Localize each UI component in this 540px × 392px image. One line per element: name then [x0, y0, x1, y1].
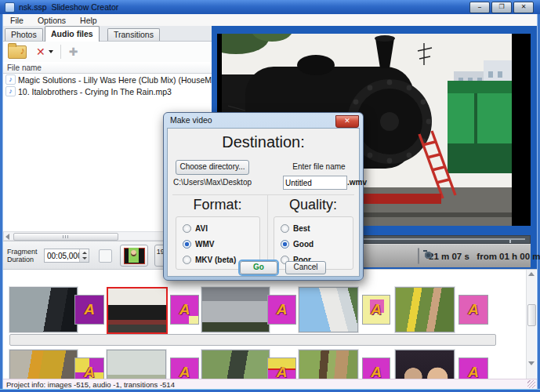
- radio-avi[interactable]: AVI: [183, 223, 208, 233]
- status-bar: Project info: images -515, audio -1, tra…: [3, 379, 537, 389]
- thumb-transition[interactable]: A: [170, 358, 199, 379]
- vertical-scrollbar[interactable]: [526, 270, 536, 379]
- destination-heading: Destination:: [168, 133, 359, 151]
- scroll-left-icon[interactable]: [5, 234, 9, 240]
- divider: [172, 194, 354, 195]
- app-icon: [5, 2, 15, 13]
- thumb-photo-train-selected[interactable]: [107, 287, 168, 334]
- thumb-transition[interactable]: A: [267, 295, 296, 325]
- maximize-button[interactable]: ❐: [491, 2, 512, 13]
- radio-mkv[interactable]: MKV (beta): [183, 255, 236, 264]
- seek-handle[interactable]: [509, 240, 511, 243]
- fragment-duration-spinner[interactable]: [44, 249, 89, 263]
- thumb-photo-couple-indoor[interactable]: [395, 350, 455, 379]
- close-button[interactable]: ✕: [513, 2, 534, 13]
- thumb-photo-park[interactable]: [201, 350, 270, 379]
- apply-to-all-checkbox[interactable]: [99, 249, 112, 263]
- tab-strip: Photos Audio files Transitions: [3, 26, 212, 42]
- menu-help[interactable]: Help: [73, 16, 104, 25]
- add-audio-folder-icon[interactable]: ♪: [8, 45, 27, 59]
- file-name-label: Enter file name: [284, 162, 354, 171]
- tab-audio-files[interactable]: Audio files: [45, 26, 100, 42]
- quality-heading: Quality:: [267, 197, 359, 213]
- spinner-buttons[interactable]: [79, 249, 89, 262]
- thumb-photo-deer[interactable]: [299, 350, 358, 379]
- audio-toolbar: ♪ ✕ ✚: [3, 42, 212, 62]
- audio-track-bar[interactable]: [9, 334, 496, 346]
- thumb-photo-rotated-building[interactable]: [299, 287, 358, 332]
- thumb-photo-reeds[interactable]: [107, 350, 166, 379]
- dialog-close-button[interactable]: ✕: [335, 115, 359, 128]
- thumb-transition[interactable]: A: [458, 358, 488, 379]
- menu-options[interactable]: Options: [31, 16, 73, 25]
- destination-path: C:\Users\Max\Desktop: [173, 178, 252, 187]
- dialog-body: Destination: Choose directory... C:\User…: [167, 128, 360, 277]
- scrollbar-thumb[interactable]: [13, 233, 118, 241]
- list-item[interactable]: ♪ Magic Solutions - Lilly Was Here (Club…: [3, 74, 212, 85]
- preview-frame-button[interactable]: [120, 245, 148, 267]
- thumb-transition[interactable]: A: [362, 358, 390, 379]
- add-icon[interactable]: ✚: [69, 45, 78, 58]
- list-item[interactable]: ♪ 10. Italobrothers - Crying In The Rain…: [3, 85, 212, 97]
- timeline-row: A A A A A: [3, 348, 528, 379]
- choose-directory-button[interactable]: Choose directory...: [176, 160, 249, 175]
- resize-grip[interactable]: [527, 380, 535, 388]
- tab-photos[interactable]: Photos: [5, 28, 43, 41]
- delete-icon[interactable]: ✕: [36, 45, 45, 58]
- thumb-transition[interactable]: A: [74, 358, 104, 379]
- window-border-bottom: [0, 389, 540, 392]
- thumb-photo-clouds[interactable]: [201, 287, 270, 332]
- fragment-duration-label: Fragment Duration: [7, 248, 40, 263]
- file-name-column-header[interactable]: File name: [3, 63, 212, 74]
- radio-best[interactable]: Best: [281, 223, 310, 233]
- window-title: nsk.ssp Slideshow Creator: [19, 2, 118, 12]
- scroll-up-icon[interactable]: [528, 272, 535, 276]
- project-info: Project info: images -515, audio -1, tra…: [6, 380, 175, 389]
- thumb-transition[interactable]: A: [74, 295, 104, 325]
- snapshot-button[interactable]: [418, 248, 419, 264]
- dialog-title: Make video: [170, 115, 212, 125]
- cancel-button[interactable]: Cancel: [285, 261, 326, 274]
- menu-file[interactable]: File: [3, 16, 31, 25]
- app-window: nsk.ssp Slideshow Creator – ❐ ✕ File Opt…: [0, 0, 540, 392]
- thumb-transition[interactable]: A: [362, 295, 390, 325]
- format-heading: Format:: [168, 197, 267, 213]
- scroll-down-icon[interactable]: [528, 361, 535, 365]
- thumb-photo-industrial[interactable]: [9, 350, 78, 379]
- scrollbar-thumb[interactable]: [527, 304, 536, 326]
- fragment-duration-input[interactable]: [45, 249, 82, 261]
- thumb-transition[interactable]: A: [458, 295, 488, 325]
- menu-bar: File Options Help: [3, 14, 537, 27]
- timeline-row: A A A A A: [3, 285, 528, 334]
- make-video-dialog: Make video ✕ Destination: Choose directo…: [163, 112, 364, 281]
- thumb-photo-office[interactable]: [9, 287, 78, 332]
- toolbar-separator: [60, 45, 61, 59]
- title-bar[interactable]: nsk.ssp Slideshow Creator – ❐ ✕: [0, 0, 540, 14]
- delete-dropdown-icon[interactable]: [49, 50, 53, 53]
- camera-icon: [425, 252, 432, 259]
- thumb-transition[interactable]: A: [267, 358, 296, 379]
- music-note-icon: ♪: [5, 86, 16, 96]
- thumb-transition[interactable]: A: [170, 295, 199, 325]
- file-extension: .wmv: [347, 178, 367, 187]
- radio-wmv[interactable]: WMV: [183, 239, 214, 249]
- face-icon: [131, 250, 136, 256]
- radio-good[interactable]: Good: [281, 239, 313, 249]
- file-name-input[interactable]: [283, 176, 347, 190]
- thumb-photo-couple-field[interactable]: [395, 287, 455, 332]
- timeline: A A A A A A A A A A: [3, 269, 537, 379]
- minimize-button[interactable]: –: [469, 2, 490, 13]
- window-border-right: [537, 14, 540, 389]
- tab-transitions[interactable]: Transitions: [107, 28, 160, 41]
- time-indicator: 21 m 07 s from 01 h 00 m: [429, 252, 540, 261]
- music-note-icon: ♪: [5, 74, 16, 85]
- go-button[interactable]: Go: [240, 261, 277, 274]
